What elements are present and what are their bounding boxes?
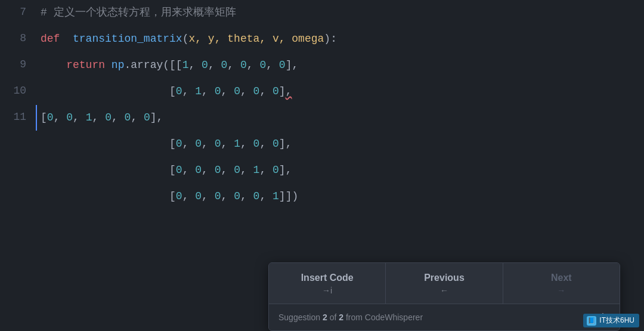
line-content-cont3: [0, 0, 0, 0, 0, 1]]) bbox=[36, 184, 644, 209]
insert-code-icon: →i bbox=[322, 286, 332, 295]
code-line-cont2: [0, 0, 0, 0, 1, 0], bbox=[0, 157, 644, 184]
watermark: 📘 IT技术6HU bbox=[583, 314, 639, 327]
line-content-10: [0, 1, 0, 0, 0, 0], bbox=[36, 79, 644, 104]
suggestion-footer: Suggestion 2 of 2 from CodeWhisperer ⋮ bbox=[269, 304, 620, 330]
code-line-7: 7 # 定义一个状态转方程，用来求概率矩阵 bbox=[0, 0, 644, 26]
line-number-10: 10 bbox=[0, 79, 36, 97]
suggestion-buttons: Insert Code →i Previous ← Next → bbox=[269, 263, 620, 304]
suggestion-separator: of bbox=[327, 313, 339, 322]
code-line-10: 10 [0, 1, 0, 0, 0, 0], bbox=[0, 79, 644, 105]
line-number-7: 7 bbox=[0, 0, 36, 18]
next-icon: → bbox=[557, 286, 565, 295]
suggestion-total: 2 bbox=[339, 313, 343, 322]
next-button[interactable]: Next → bbox=[503, 263, 620, 304]
code-line-8: 8 def transition_matrix(x, y, theta, v, … bbox=[0, 26, 644, 52]
next-label: Next bbox=[551, 273, 572, 283]
line-number-cont3 bbox=[0, 184, 36, 190]
watermark-icon: 📘 bbox=[587, 316, 596, 326]
line-content-cont2: [0, 0, 0, 0, 1, 0], bbox=[36, 157, 644, 183]
insert-code-label: Insert Code bbox=[301, 273, 354, 283]
suggestion-source: from CodeWhisperer bbox=[343, 313, 423, 322]
previous-icon: ← bbox=[440, 286, 448, 295]
line-content-7: # 定义一个状态转方程，用来求概率矩阵 bbox=[36, 0, 644, 26]
previous-button[interactable]: Previous ← bbox=[386, 263, 503, 304]
line-number-11: 11 bbox=[0, 105, 36, 123]
line-content-9: return np.array([[1, 0, 0, 0, 0, 0], bbox=[36, 52, 644, 78]
line-content-cont1: [0, 0, 0, 1, 0, 0], bbox=[36, 131, 644, 157]
suggestion-panel: Insert Code →i Previous ← Next → Suggest… bbox=[268, 262, 620, 331]
suggestion-text: Suggestion 2 of 2 from CodeWhisperer bbox=[278, 313, 423, 322]
code-line-cont1: [0, 0, 0, 1, 0, 0], bbox=[0, 131, 644, 157]
code-line-9: 9 return np.array([[1, 0, 0, 0, 0, 0], bbox=[0, 52, 644, 79]
line-number-8: 8 bbox=[0, 26, 36, 44]
line-content-11: [0, 0, 1, 0, 0, 0], bbox=[36, 105, 644, 131]
watermark-text: IT技术6HU bbox=[599, 315, 634, 326]
editor-container: 7 # 定义一个状态转方程，用来求概率矩阵 8 def transition_m… bbox=[0, 0, 644, 331]
insert-code-button[interactable]: Insert Code →i bbox=[269, 263, 386, 304]
line-content-8: def transition_matrix(x, y, theta, v, om… bbox=[36, 26, 644, 52]
suggestion-prefix: Suggestion bbox=[278, 313, 323, 322]
suggestion-current: 2 bbox=[323, 313, 327, 322]
code-line-cont3: [0, 0, 0, 0, 0, 1]]) bbox=[0, 184, 644, 210]
previous-label: Previous bbox=[424, 273, 465, 283]
code-line-11: 11 [0, 0, 1, 0, 0, 0], bbox=[0, 105, 644, 131]
line-number-cont1 bbox=[0, 131, 36, 137]
line-number-9: 9 bbox=[0, 52, 36, 70]
line-number-cont2 bbox=[0, 157, 36, 163]
